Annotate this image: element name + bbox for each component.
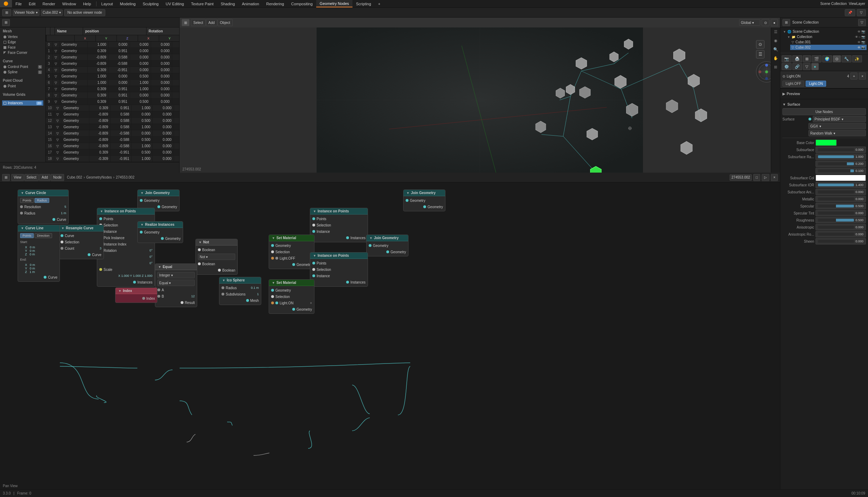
points-tab[interactable]: Points — [20, 198, 34, 203]
equal-b-value[interactable]: 12 — [191, 294, 195, 298]
blender-logo[interactable]: 🟠 — [0, 0, 12, 7]
menu-compositing[interactable]: Compositing — [288, 0, 316, 7]
col-header-name[interactable]: Name — [55, 27, 83, 35]
node-btn[interactable]: Node — [51, 174, 64, 181]
add-btn[interactable]: Add — [206, 19, 217, 26]
prop-value[interactable]: 0.000 — [816, 189, 866, 195]
material-props-icon[interactable]: ● — [811, 63, 819, 70]
add-btn-node[interactable]: Add — [39, 174, 50, 181]
node-slot2[interactable]: ▷ — [762, 174, 769, 181]
viewport-grid[interactable]: ⊙ ☰ 274553.002 — [180, 27, 780, 173]
index-header[interactable]: ▼ Index — [115, 288, 157, 294]
view-layer-icon[interactable]: ⊞ — [803, 55, 811, 62]
node-close[interactable]: × — [771, 174, 778, 181]
cube-002-item[interactable]: ▽ Cube.002 👁 📷 — [790, 45, 867, 50]
sidebar-item-spline[interactable]: Spline 1 — [2, 69, 43, 75]
prop-value[interactable]: 0.200 — [816, 161, 866, 167]
outliner-filter[interactable]: ▽ — [858, 19, 866, 26]
view-btn[interactable]: View — [11, 174, 24, 181]
col-header-rotation[interactable]: Rotation — [146, 27, 179, 35]
prop-value[interactable]: 1.400 — [816, 182, 866, 188]
menu-rendering[interactable]: Rendering — [263, 0, 288, 7]
view-icon[interactable]: ☰ — [756, 50, 764, 58]
curve-circle-toggle[interactable]: ▼ — [21, 191, 24, 195]
preview-title[interactable]: ▶ Preview — [782, 91, 866, 97]
sm1-header[interactable]: ▼ Set Material — [269, 235, 314, 241]
resample-curve-header[interactable]: ▼ Resample Curve — [58, 225, 104, 231]
constraints-icon[interactable]: 🔗 — [792, 63, 802, 70]
cl-toggle[interactable]: ▼ — [21, 226, 24, 230]
distribution-dropdown[interactable]: GGX ▾ — [808, 123, 866, 129]
filter-btn[interactable]: ▽ — [857, 9, 866, 16]
light-on-item[interactable]: Light.ON — [806, 81, 826, 87]
sm2-mat-value[interactable]: Light.ON — [280, 301, 293, 305]
equal-toggle[interactable]: ▼ — [158, 265, 161, 269]
prop-value[interactable]: 0.000 — [816, 147, 866, 153]
prop-color-swatch[interactable] — [816, 175, 866, 181]
sidebar-item-vertex[interactable]: Vertex — [2, 34, 43, 39]
prop-value[interactable]: 0.000 — [816, 238, 866, 244]
cl-direction-tab[interactable]: Direction — [35, 233, 52, 238]
prop-value[interactable]: 0.000 — [816, 196, 866, 202]
ri-toggle[interactable]: ▼ — [140, 223, 144, 226]
cube-001-visibility[interactable]: 👁 — [857, 41, 861, 44]
outliner-icon[interactable]: ⊞ — [782, 19, 790, 26]
iop3-header[interactable]: ▼ Instance on Points — [310, 253, 368, 259]
menu-edit[interactable]: Edit — [25, 0, 39, 7]
node-editor-icon[interactable]: ⊞ — [2, 174, 10, 181]
join-geometry-1-header[interactable]: ▼ Join Geometry — [138, 190, 179, 196]
iop1-header[interactable]: ▼ Instance on Points — [97, 208, 155, 215]
cube-002-visibility[interactable]: 👁 — [857, 46, 861, 49]
right-icon-5[interactable]: ✋ — [772, 54, 780, 62]
perspective-icon[interactable]: ⊙ — [756, 40, 764, 49]
menu-scripting[interactable]: Scripting — [352, 0, 375, 7]
object-dropdown[interactable]: Cube.002 ▾ — [41, 10, 63, 16]
node-canvas[interactable]: ▼ Curve Circle Points Radius Resolution … — [0, 182, 780, 489]
node-slot1[interactable]: □ — [753, 174, 760, 181]
collection-select[interactable]: ○ — [859, 35, 861, 39]
frame-counter-dropdown[interactable]: 274553.002 — [730, 174, 752, 181]
not-dropdown[interactable]: Not ▾ — [198, 254, 235, 260]
menu-file[interactable]: File — [12, 0, 25, 7]
menu-help[interactable]: Help — [80, 0, 95, 7]
sm1-toggle[interactable]: ▼ — [272, 236, 275, 240]
scene-props-icon[interactable]: 🎬 — [812, 55, 822, 62]
ri-header[interactable]: ▼ Realize Instances — [138, 222, 183, 228]
iop2-header[interactable]: ▼ Instance on Points — [310, 208, 368, 215]
viewport-mode-btn[interactable]: ⊞ — [182, 19, 189, 26]
cl-header[interactable]: ▼ Curve Line — [18, 225, 60, 231]
world-props-icon[interactable]: 🌍 — [822, 55, 832, 62]
right-icon-6[interactable]: ⊞ — [772, 63, 780, 71]
jg1-toggle[interactable]: ▼ — [140, 191, 144, 195]
jg2-header[interactable]: ▼ Join Geometry — [367, 235, 408, 241]
right-icon-3[interactable]: ◉ — [772, 37, 780, 44]
obj-header-close[interactable]: × — [859, 73, 866, 80]
object-props-icon[interactable]: ⊙ — [833, 55, 841, 62]
resolution-value[interactable]: 5 — [64, 205, 66, 209]
breadcrumb-id[interactable]: 274553.002 — [116, 175, 135, 179]
jg3-toggle[interactable]: ▼ — [406, 191, 410, 195]
data-icon[interactable]: ▽ — [803, 63, 811, 70]
select-btn-node[interactable]: Select — [24, 174, 39, 181]
spreadsheet-nav-btn[interactable]: ⊞ — [2, 19, 10, 26]
right-icon-2[interactable]: ☰ — [772, 28, 780, 36]
sm1-mat-value[interactable]: Light.OFF — [280, 256, 295, 260]
sidebar-item-edge[interactable]: Edge — [2, 39, 43, 45]
col-header-position[interactable]: position — [83, 27, 146, 35]
shading-btn[interactable]: ● — [771, 19, 778, 26]
render-props-icon[interactable]: 📷 — [782, 55, 792, 62]
sidebar-item-point[interactable]: Point — [2, 83, 43, 89]
shader-type-dropdown[interactable]: Principled BSDF ▾ — [813, 116, 866, 122]
select-btn[interactable]: Select — [191, 19, 206, 26]
not-toggle[interactable]: ▼ — [199, 241, 202, 244]
not-header[interactable]: ▼ Not — [196, 239, 237, 246]
prop-value[interactable]: 0.000 — [816, 210, 866, 216]
object-btn[interactable]: Object — [218, 19, 233, 26]
menu-window[interactable]: Window — [59, 0, 80, 7]
menu-geometry-nodes[interactable]: Geometry Nodes — [316, 0, 352, 7]
output-props-icon[interactable]: 🖨️ — [792, 55, 802, 62]
prop-value[interactable]: 0.000 — [816, 224, 866, 230]
menu-render[interactable]: Render — [39, 0, 59, 7]
menu-modeling[interactable]: Modeling — [117, 0, 139, 7]
menu-animation[interactable]: Animation — [238, 0, 263, 7]
